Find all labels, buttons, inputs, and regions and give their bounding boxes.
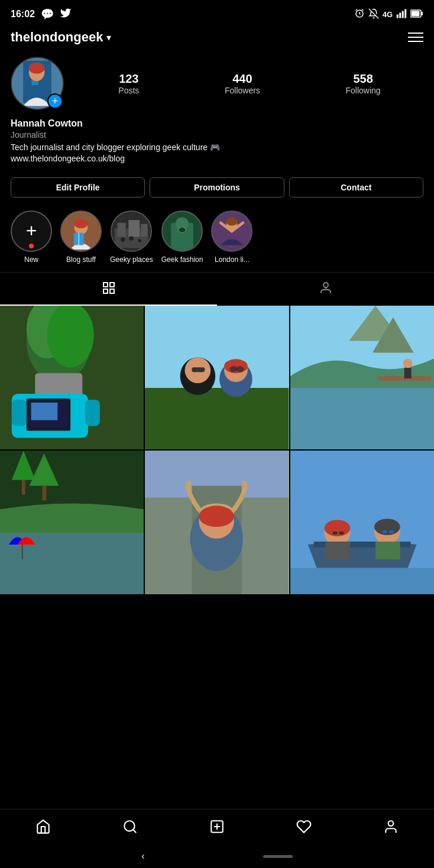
profile-bio: Tech journalist and city blogger explori… [11,142,423,154]
new-post-icon [209,819,225,837]
edit-profile-button[interactable]: Edit Profile [11,177,145,197]
nav-activity[interactable] [291,815,317,841]
photo-cell-4[interactable] [0,451,144,594]
photo-6-image [290,451,434,594]
promotions-button[interactable]: Promotions [150,177,284,197]
time-display: 16:02 [11,9,35,20]
hamburger-line-3 [408,41,423,42]
story-london-circle [211,210,252,252]
photo-cell-5[interactable] [145,451,289,594]
contact-button[interactable]: Contact [289,177,423,197]
svg-line-2 [362,9,363,10]
bottom-spacer [0,594,434,653]
avatar-wrapper[interactable]: + [11,57,64,110]
photo-cell-3[interactable] [290,306,434,449]
hamburger-line-2 [408,37,423,38]
svg-point-101 [388,821,393,826]
svg-rect-52 [85,400,100,426]
svg-rect-59 [192,367,205,372]
svg-point-91 [374,519,400,535]
action-buttons: Edit Profile Promotions Contact [0,171,434,206]
svg-rect-5 [399,12,401,18]
svg-line-3 [368,8,378,18]
svg-rect-23 [118,222,126,237]
dropdown-chevron-icon: ▾ [106,32,111,43]
story-geeky-places[interactable]: Geeky places [110,210,153,264]
london-life-label: London li... [215,255,250,264]
stat-following[interactable]: 558 Following [346,72,381,95]
svg-rect-88 [332,532,337,535]
following-label: Following [346,86,381,95]
story-geek-fashion[interactable]: Geek fashion [161,210,203,264]
svg-line-1 [355,9,357,10]
svg-point-64 [236,366,244,372]
status-time: 16:02 💬 [11,7,72,21]
profile-section: + 123 Posts 440 Followers 558 Following … [0,51,434,171]
stat-posts[interactable]: 123 Posts [118,72,139,95]
nav-home[interactable] [30,815,56,841]
svg-rect-39 [103,289,108,293]
add-story-button[interactable]: + [47,93,63,109]
following-count: 558 [353,72,373,86]
svg-rect-10 [421,12,423,15]
back-button[interactable]: ‹ [141,851,144,861]
stories-row: + New Blog stuff [0,206,434,272]
tab-tagged[interactable] [217,273,434,306]
android-nav-bar: ‹ [0,844,434,868]
story-blog-stuff[interactable]: Blog stuff [60,210,102,264]
network-bars-icon [396,8,407,21]
svg-point-41 [323,283,328,287]
nav-search[interactable] [117,815,143,841]
svg-rect-95 [290,568,434,595]
svg-point-34 [226,218,238,225]
home-indicator[interactable] [263,855,293,858]
svg-rect-66 [290,388,434,449]
battery-icon [410,9,423,20]
nav-profile[interactable] [378,815,404,841]
grid-icon [102,281,116,297]
photo-cell-2[interactable] [145,306,289,449]
photo-cell-1[interactable] [0,306,144,449]
tagged-icon [319,281,333,297]
photo-cell-6[interactable] [290,451,434,594]
heart-icon [296,819,312,837]
svg-rect-93 [383,530,387,533]
username-area[interactable]: thelondongeek ▾ [11,30,111,45]
profile-title: Journalist [11,130,423,140]
alarm-icon [354,8,365,21]
svg-point-15 [29,63,45,74]
svg-point-28 [138,239,142,242]
profile-icon [383,819,399,837]
menu-button[interactable] [408,33,423,42]
svg-point-86 [324,520,350,536]
story-blog-circle [60,210,102,252]
profile-link[interactable]: www.thelondongeek.co.uk/blog [11,154,423,163]
svg-line-97 [133,830,136,833]
photo-5-image [145,451,289,594]
stat-followers[interactable]: 440 Followers [225,72,260,95]
story-london-life[interactable]: London li... [211,210,252,264]
signal-icon: 4G [383,10,393,19]
tab-grid[interactable] [0,273,217,306]
twitter-icon [60,7,72,21]
posts-label: Posts [118,86,139,95]
geek-fashion-label: Geek fashion [161,255,203,264]
blog-stuff-label: Blog stuff [66,255,96,264]
status-icons: 4G [354,8,423,21]
svg-rect-94 [389,530,394,533]
stats-row: 123 Posts 440 Followers 558 Following [76,72,423,95]
svg-point-27 [129,236,134,241]
bottom-nav [0,809,434,844]
svg-rect-70 [404,368,411,378]
content-tabs [0,272,434,306]
nav-new-post[interactable] [204,815,230,841]
svg-rect-54 [31,402,58,420]
story-fashion-circle [161,210,203,252]
svg-point-26 [121,237,125,242]
story-geeky-circle [111,210,152,252]
photo-1-image [0,306,144,449]
photo-3-image [290,306,434,449]
svg-point-82 [199,506,235,527]
home-icon [35,819,51,837]
story-new[interactable]: + New [11,210,52,264]
